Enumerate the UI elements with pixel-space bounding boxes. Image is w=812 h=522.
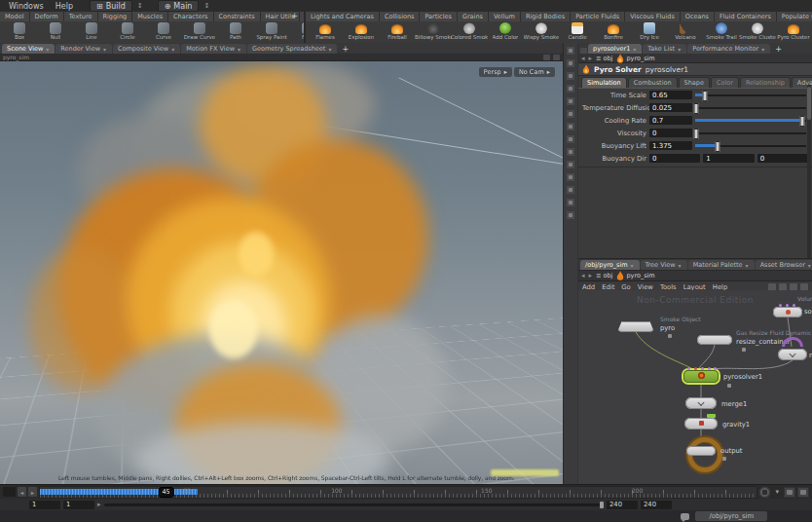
shelf-tool[interactable]: Draw Curve	[182, 22, 217, 41]
shading-icon[interactable]	[566, 84, 575, 93]
shelf-tool[interactable]: Spray Paint	[254, 22, 289, 41]
playback-range-slider[interactable]	[104, 503, 604, 506]
shelf-tab[interactable]: Deform	[30, 12, 64, 21]
shelf-tool[interactable]: Candle	[560, 22, 595, 41]
node-source[interactable]	[773, 307, 802, 317]
step-back-button[interactable]: ◂	[18, 487, 26, 497]
forward-icon[interactable]: ▸	[589, 272, 593, 280]
vector-field-y[interactable]: 1	[703, 154, 754, 163]
tab-motion-fx-view[interactable]: Motion FX View▾	[181, 44, 246, 54]
shelf-tool[interactable]: Flames	[308, 22, 343, 41]
tab-color[interactable]: Color	[711, 77, 739, 88]
parameter-value-field[interactable]: 1.375	[649, 141, 692, 150]
handles-icon[interactable]	[566, 172, 575, 182]
parameter-slider[interactable]	[695, 140, 808, 151]
message-log-icon[interactable]	[681, 513, 689, 520]
node-resize-container[interactable]	[697, 335, 732, 345]
menu-windows[interactable]: Windows	[4, 2, 49, 11]
node-pyrosolver1[interactable]	[683, 370, 719, 383]
shelf-tool[interactable]: Volcano	[668, 22, 703, 41]
points-display-icon[interactable]	[566, 147, 575, 157]
shelf-tool[interactable]: Colored Smoke	[452, 22, 487, 41]
node-pyro[interactable]	[617, 321, 654, 332]
slider-handle[interactable]	[703, 91, 708, 101]
range-handle-left-icon[interactable]: ▸	[97, 501, 101, 508]
global-start-field[interactable]: 1	[29, 501, 60, 509]
perspective-view-button[interactable]: Persp▸	[479, 67, 512, 77]
current-frame-field[interactable]	[3, 487, 16, 497]
shelf-tab[interactable]: Rigging	[98, 12, 133, 21]
display-options-icon[interactable]	[566, 134, 575, 144]
shelf-tab[interactable]: Muscles	[132, 12, 168, 21]
audio-dropdown-icon[interactable]: ▾	[772, 488, 782, 496]
tab-network-pyro-sim[interactable]: /obj/pyro_sim▾	[580, 260, 640, 270]
tab-tree-view[interactable]: Tree View▾	[641, 260, 687, 270]
tab-relationship[interactable]: Relationship	[740, 77, 791, 88]
shelf-tool[interactable]: Billowy Smoke	[416, 22, 451, 41]
tab-performance-monitor[interactable]: Performance Monitor▾	[687, 44, 770, 54]
shelf-tool[interactable]: Dry Ice	[632, 22, 667, 41]
shelf-tool[interactable]: Path	[218, 22, 253, 41]
playhead[interactable]: 45	[158, 487, 173, 498]
slider-handle[interactable]	[694, 103, 699, 114]
shelf-tool[interactable]: Explosion	[344, 22, 379, 41]
global-end-field[interactable]: 240	[641, 501, 672, 509]
playbar-display-options-button[interactable]	[784, 487, 795, 498]
group-display-icon[interactable]	[566, 185, 575, 195]
radial-menu-spinner[interactable]: ↕	[201, 2, 212, 10]
tab-render-view[interactable]: Render View▾	[55, 44, 112, 54]
path-context[interactable]: ≡obj	[596, 55, 612, 62]
shelf-tab[interactable]: Rigid Bodies	[521, 12, 571, 21]
parameter-slider[interactable]	[695, 128, 808, 138]
shelf-tool[interactable]: Line	[74, 22, 109, 41]
tab-scene-view[interactable]: Scene View▾	[2, 44, 55, 54]
shelf-tool[interactable]: Wispy Smoke	[524, 22, 559, 41]
parameter-value-field[interactable]: 0.7	[649, 116, 692, 125]
current-path-button[interactable]: /obj/pyro_sim	[695, 511, 767, 521]
node-merge2[interactable]	[778, 349, 807, 360]
add-pane-tab-button[interactable]: +	[771, 45, 786, 54]
parameter-value-field[interactable]: 0	[649, 129, 692, 137]
parameter-slider[interactable]	[695, 102, 808, 113]
shelf-tool[interactable]: Smoke Cluster	[740, 22, 775, 41]
playback-end-field[interactable]: 240	[607, 501, 638, 509]
slider-handle[interactable]	[716, 141, 720, 152]
path-node[interactable]: pyro_sim	[616, 271, 654, 280]
shelf-tab[interactable]: Constraints	[214, 12, 261, 21]
shelf-tab[interactable]: Model	[0, 12, 30, 21]
camera-icon[interactable]	[566, 58, 575, 68]
slider-handle[interactable]	[800, 116, 805, 127]
tab-composite-view[interactable]: Composite View▾	[113, 44, 180, 54]
shelf-tab[interactable]: Lights and Cameras	[306, 12, 380, 21]
shelf-tool[interactable]: Font	[290, 22, 304, 41]
node-output[interactable]	[686, 446, 716, 456]
snapshot-icon[interactable]	[566, 109, 575, 119]
shelf-tab[interactable]: Texture	[64, 12, 98, 21]
shelf-tab[interactable]: Grains	[458, 12, 489, 21]
volume-display-icon[interactable]	[566, 198, 575, 207]
tab-asset-browser[interactable]: Asset Browser▾	[756, 260, 812, 270]
view-layout-icon[interactable]	[566, 46, 575, 56]
shelf-tool[interactable]: Bonfire	[596, 22, 631, 41]
playback-start-field[interactable]: 1	[63, 501, 94, 509]
camera-selector-button[interactable]: No Cam▸	[514, 67, 555, 77]
shelf-tool[interactable]: Curve	[146, 22, 181, 41]
shelf-tab[interactable]: Fluid Containers	[715, 12, 777, 21]
shelf-tab[interactable]: Characters	[168, 12, 213, 21]
add-pane-tab-button[interactable]: +	[338, 45, 352, 54]
shelf-tool[interactable]: Null	[38, 22, 73, 41]
node-gravity1[interactable]	[684, 418, 718, 429]
back-icon[interactable]: ◂	[581, 55, 585, 62]
playbar-settings-button[interactable]	[797, 487, 809, 498]
node-name-field[interactable]: pyrosolver1	[646, 65, 688, 74]
tab-shape[interactable]: Shape	[679, 77, 710, 88]
parameter-slider[interactable]	[695, 90, 808, 100]
select-mode-icon[interactable]	[543, 55, 550, 60]
add-shelf-tab-button[interactable]: +	[287, 12, 302, 20]
grid-toggle-icon[interactable]	[566, 122, 575, 131]
shelf-tool[interactable]: Fireball	[380, 22, 415, 41]
vector-field-z[interactable]: 0	[757, 154, 808, 163]
scene-viewport[interactable]: Persp▸ No Cam▸ Left mouse tumbles, Middl…	[0, 61, 563, 484]
parameter-scrollbar[interactable]	[807, 85, 811, 258]
parameter-slider[interactable]	[695, 115, 808, 126]
